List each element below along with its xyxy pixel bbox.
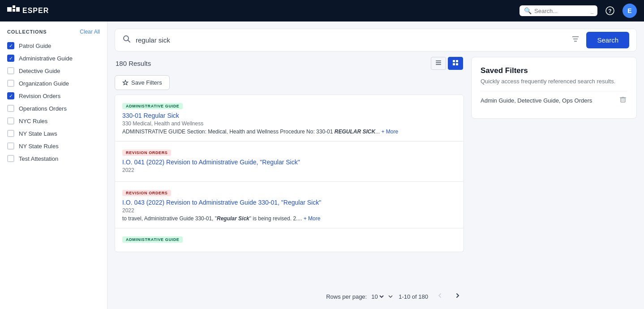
next-page-icon <box>454 292 461 299</box>
checkbox-nyc-rules[interactable] <box>7 117 14 124</box>
result-item: REVISION ORDERS I.O. 043 (2022) Revision… <box>115 182 464 228</box>
dropdown-chevron-icon <box>388 294 393 299</box>
results-count: 180 Results <box>116 60 151 67</box>
result-snippet: to travel, Administrative Guide 330-01, … <box>122 215 456 222</box>
results-area: 180 Results <box>115 57 637 302</box>
sidebar-item-patrol-guide[interactable]: Patrol Guide <box>0 39 107 52</box>
result-snippet: ADMINISTRATIVE GUIDE Section: Medical, H… <box>122 129 456 135</box>
svg-rect-2 <box>13 9 15 12</box>
star-icon <box>122 80 129 86</box>
checkbox-ny-state-rules[interactable] <box>7 142 14 150</box>
sidebar-label-ny-state-rules: NY State Rules <box>19 143 59 150</box>
result-tag-admin: ADMINISTRATIVE GUIDE <box>122 103 183 109</box>
sidebar-label-admin-guide: Administrative Guide <box>19 55 73 62</box>
clear-all-link[interactable]: Clear All <box>80 29 100 35</box>
prev-page-icon <box>436 292 443 299</box>
main-content: Search 180 Results <box>107 21 644 309</box>
svg-line-7 <box>128 40 130 43</box>
svg-rect-16 <box>453 63 455 65</box>
prev-page-button[interactable] <box>434 291 446 302</box>
sidebar-label-ny-state-laws: NY State Laws <box>19 130 57 137</box>
svg-rect-18 <box>621 98 625 102</box>
sidebar-label-organization-guide: Organization Guide <box>19 80 69 87</box>
checkbox-operations-orders[interactable] <box>7 105 14 112</box>
more-link[interactable]: + More <box>304 215 321 222</box>
saved-filters-panel: Saved Filters Quickly access frequently … <box>471 57 637 119</box>
logo-text: ESPER <box>22 7 49 15</box>
sidebar: Collections Clear All Patrol Guide Admin… <box>0 21 107 309</box>
results-header: 180 Results <box>115 57 464 70</box>
rows-per-page: Rows per page: 10 25 50 <box>326 293 393 300</box>
sidebar-label-test-attestation: Test Attestation <box>19 155 58 162</box>
svg-rect-12 <box>436 62 441 63</box>
help-icon: ? <box>605 6 614 15</box>
sidebar-label-nyc-rules: NYC Rules <box>19 118 47 124</box>
checkbox-detective-guide[interactable] <box>7 67 14 74</box>
search-button[interactable]: Search <box>586 32 629 48</box>
grid-view-button[interactable] <box>448 57 463 70</box>
help-button[interactable]: ? <box>603 4 617 18</box>
logo-icon <box>7 5 20 16</box>
sidebar-item-test-attestation[interactable]: Test Attestation <box>0 152 107 165</box>
top-nav: ESPER 🔍 _ ? E <box>0 0 644 21</box>
next-page-button[interactable] <box>451 291 464 302</box>
top-search-bar[interactable]: 🔍 _ <box>519 5 597 16</box>
user-avatar[interactable]: E <box>623 4 637 18</box>
saved-filters-description: Quickly access frequently referenced sea… <box>481 78 627 85</box>
snippet-highlight: Regular Sick <box>217 215 249 222</box>
sidebar-label-patrol-guide: Patrol Guide <box>19 43 51 49</box>
logo: ESPER <box>7 5 49 16</box>
pagination-bar: Rows per page: 10 25 50 1-10 of 180 <box>115 288 464 302</box>
checkbox-ny-state-laws[interactable] <box>7 130 14 137</box>
sidebar-label-operations-orders: Operations Orders <box>19 105 67 112</box>
checkbox-test-attestation[interactable] <box>7 155 14 162</box>
saved-filters-title: Saved Filters <box>481 66 627 75</box>
svg-rect-15 <box>456 60 458 62</box>
results-main: 180 Results <box>115 57 464 302</box>
delete-saved-filter-button[interactable] <box>618 95 627 106</box>
result-title[interactable]: I.O. 041 (2022) Revision to Administrati… <box>122 159 456 166</box>
saved-filter-item: Admin Guide, Detective Guide, Ops Orders <box>481 91 627 109</box>
sidebar-item-ny-state-laws[interactable]: NY State Laws <box>0 127 107 140</box>
result-subtitle: 2022 <box>122 207 456 214</box>
checkbox-organization-guide[interactable] <box>7 80 14 87</box>
more-link[interactable]: + More <box>381 129 398 135</box>
main-layout: Collections Clear All Patrol Guide Admin… <box>0 21 644 309</box>
result-subtitle: 330 Medical, Health and Wellness <box>122 120 456 127</box>
checkbox-revision-orders[interactable] <box>7 92 14 99</box>
sidebar-item-nyc-rules[interactable]: NYC Rules <box>0 115 107 127</box>
rows-per-page-select[interactable]: 10 25 50 <box>369 293 385 300</box>
grid-view-icon <box>452 59 459 66</box>
result-title[interactable]: 330-01 Regular Sick <box>122 112 456 119</box>
svg-rect-0 <box>7 7 12 12</box>
top-search-input[interactable] <box>534 8 588 14</box>
sidebar-item-organization-guide[interactable]: Organization Guide <box>0 77 107 90</box>
result-title[interactable]: I.O. 043 (2022) Revision to Administrati… <box>122 199 456 206</box>
checkbox-admin-guide[interactable] <box>7 55 14 62</box>
sidebar-label-detective-guide: Detective Guide <box>19 68 60 74</box>
result-tag-revision: REVISION ORDERS <box>122 190 171 196</box>
filter-button[interactable] <box>569 33 582 47</box>
sidebar-item-revision-orders[interactable]: Revision Orders <box>0 90 107 102</box>
trash-icon <box>619 96 627 103</box>
svg-text:?: ? <box>608 8 611 14</box>
results-list: ADMINISTRATIVE GUIDE 330-01 Regular Sick… <box>115 94 464 288</box>
result-tag-revision: REVISION ORDERS <box>122 150 171 156</box>
sidebar-item-detective-guide[interactable]: Detective Guide <box>0 64 107 77</box>
list-view-button[interactable] <box>431 57 446 70</box>
checkbox-patrol-guide[interactable] <box>7 42 14 49</box>
view-toggle <box>431 57 463 70</box>
svg-rect-14 <box>453 60 455 62</box>
sidebar-item-admin-guide[interactable]: Administrative Guide <box>0 52 107 64</box>
main-search-icon <box>122 34 131 46</box>
svg-rect-13 <box>436 64 441 65</box>
result-subtitle: 2022 <box>122 167 456 173</box>
sidebar-item-ny-state-rules[interactable]: NY State Rules <box>0 140 107 152</box>
sidebar-item-operations-orders[interactable]: Operations Orders <box>0 102 107 115</box>
main-search-input[interactable] <box>136 29 565 51</box>
saved-filter-name[interactable]: Admin Guide, Detective Guide, Ops Orders <box>481 97 592 104</box>
save-filters-button[interactable]: Save Filters <box>115 75 170 90</box>
result-tag-admin: ADMINISTRATIVE GUIDE <box>122 236 183 243</box>
svg-rect-1 <box>13 5 15 8</box>
list-view-icon <box>435 59 442 66</box>
